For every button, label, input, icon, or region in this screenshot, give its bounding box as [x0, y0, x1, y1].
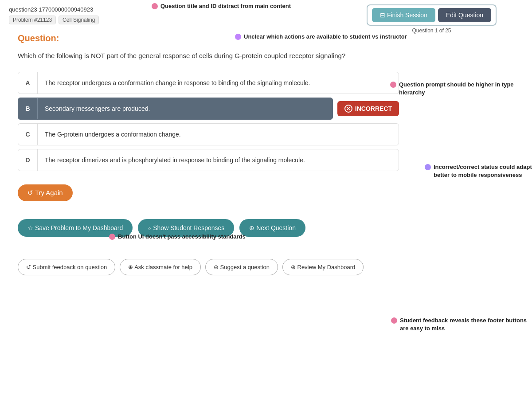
footer-buttons: ↺ Submit feedback on question ⊕ Ask clas… — [18, 259, 408, 275]
question-prompt: Which of the following is NOT part of th… — [18, 51, 364, 61]
tag-problem: Problem #21123 — [9, 16, 56, 24]
next-question-button[interactable]: ⊕ Next Question — [239, 219, 305, 237]
suggest-question-button[interactable]: ⊕ Suggest a question — [205, 259, 278, 275]
choice-text-a: The receptor undergoes a conformation ch… — [38, 72, 399, 94]
edit-question-button[interactable]: Edit Question — [438, 8, 491, 22]
annotation-text-6: Button UI doesn't pass accessibility sta… — [118, 233, 246, 241]
choice-c[interactable]: C The G-protein undergoes a conformation… — [18, 123, 399, 145]
main-content: Question: Which of the following is NOT … — [0, 24, 426, 284]
header-actions: ⊟ Finish Session Edit Question Question … — [367, 4, 497, 34]
choice-row-a: A The receptor undergoes a conformation … — [18, 72, 399, 94]
annotation-dot-7 — [391, 317, 397, 324]
choice-letter-d: D — [18, 149, 38, 171]
choice-text-c: The G-protein undergoes a conformation c… — [38, 124, 399, 145]
annotation-7: Student feedback reveals these footer bu… — [391, 317, 532, 332]
choice-letter-b: B — [18, 98, 38, 119]
ask-classmate-button[interactable]: ⊕ Ask classmate for help — [120, 259, 201, 275]
choice-d[interactable]: D The receptor dimerizes and is phosphor… — [18, 149, 399, 171]
annotation-text-2: Unclear which actions are available to s… — [244, 33, 407, 41]
choice-row-c: C The G-protein undergoes a conformation… — [18, 123, 399, 145]
choice-text-d: The receptor dimerizes and is phosphoryl… — [38, 149, 399, 171]
choices-list: A The receptor undergoes a conformation … — [18, 72, 399, 171]
annotation-5: Incorrect/correct status could adapt bet… — [425, 163, 532, 179]
annotation-2: Unclear which actions are available to s… — [235, 33, 407, 41]
annotation-text-1: Question title and ID distract from main… — [160, 2, 291, 10]
try-again-area: ↺ Try Again — [18, 184, 408, 201]
submit-feedback-button[interactable]: ↺ Submit feedback on question — [18, 259, 115, 275]
try-again-button[interactable]: ↺ Try Again — [18, 184, 73, 201]
choice-a[interactable]: A The receptor undergoes a conformation … — [18, 72, 399, 94]
incorrect-label: INCORRECT — [355, 105, 392, 112]
choice-row-d: D The receptor dimerizes and is phosphor… — [18, 149, 399, 171]
annotation-6: Button UI doesn't pass accessibility sta… — [109, 233, 246, 241]
annotation-dot-3 — [390, 82, 396, 88]
choice-letter-a: A — [18, 72, 38, 94]
annotation-3: Question prompt should be higher in type… — [390, 81, 532, 97]
incorrect-badge: ✕ INCORRECT — [337, 101, 399, 116]
annotation-1: Question title and ID distract from main… — [152, 2, 291, 10]
choice-b[interactable]: B Secondary messengers are produced. — [18, 98, 333, 120]
annotation-text-5: Incorrect/correct status could adapt bet… — [434, 163, 532, 179]
incorrect-icon: ✕ — [344, 105, 352, 113]
choice-text-b: Secondary messengers are produced. — [38, 98, 332, 119]
finish-session-button[interactable]: ⊟ Finish Session — [372, 8, 435, 22]
tag-topic: Cell Signaling — [59, 16, 99, 24]
question-counter: Question 1 of 25 — [412, 27, 451, 34]
annotation-dot-6 — [109, 234, 115, 240]
annotation-dot-5 — [425, 164, 431, 170]
header-buttons-box: ⊟ Finish Session Edit Question — [367, 4, 497, 26]
review-dashboard-button[interactable]: ⊕ Review My Dashboard — [282, 259, 364, 275]
annotation-text-7: Student feedback reveals these footer bu… — [400, 317, 532, 332]
annotation-text-3: Question prompt should be higher in type… — [399, 81, 532, 97]
annotation-dot-2 — [235, 34, 241, 40]
choice-letter-c: C — [18, 124, 38, 145]
annotation-dot-1 — [152, 3, 158, 9]
choice-row-b: B Secondary messengers are produced. ✕ I… — [18, 98, 399, 120]
